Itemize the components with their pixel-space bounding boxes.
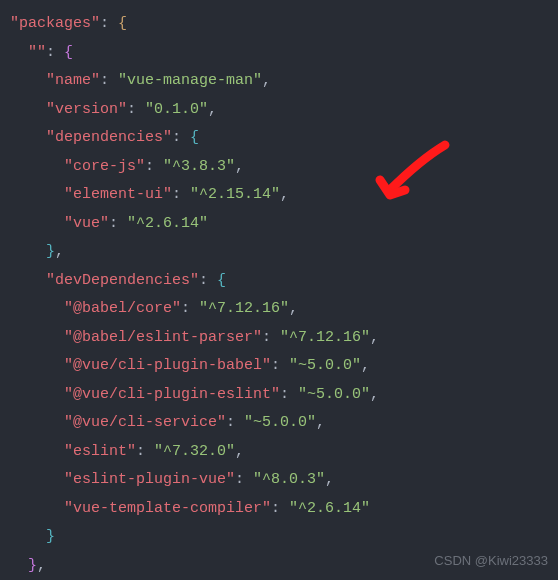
json-key: "eslint-plugin-vue"	[64, 471, 235, 488]
json-key: "dependencies"	[46, 129, 172, 146]
json-key: "@vue/cli-plugin-eslint"	[64, 386, 280, 403]
brace-close: }	[46, 243, 55, 260]
code-line: "@vue/cli-plugin-eslint": "~5.0.0",	[10, 381, 558, 410]
code-line: "@babel/eslint-parser": "^7.12.16",	[10, 324, 558, 353]
code-line: "": {	[10, 39, 558, 68]
json-key: "element-ui"	[64, 186, 172, 203]
json-value: "^7.12.16"	[280, 329, 370, 346]
json-key: "version"	[46, 101, 127, 118]
brace-open: {	[190, 129, 199, 146]
json-value: "~5.0.0"	[289, 357, 361, 374]
json-value: "^2.6.14"	[289, 500, 370, 517]
code-line: "devDependencies": {	[10, 267, 558, 296]
brace-open: {	[64, 44, 73, 61]
json-key: "name"	[46, 72, 100, 89]
brace-open: {	[118, 15, 127, 32]
code-line: "eslint": "^7.32.0",	[10, 438, 558, 467]
json-key: "@vue/cli-service"	[64, 414, 226, 431]
json-key: "@vue/cli-plugin-babel"	[64, 357, 271, 374]
code-line: "@vue/cli-service": "~5.0.0",	[10, 409, 558, 438]
code-line: "@vue/cli-plugin-babel": "~5.0.0",	[10, 352, 558, 381]
json-key: "packages"	[10, 15, 100, 32]
json-value: "0.1.0"	[145, 101, 208, 118]
json-value: "^7.32.0"	[154, 443, 235, 460]
brace-close: }	[46, 528, 55, 545]
code-line: "packages": {	[10, 10, 558, 39]
json-value: "^3.8.3"	[163, 158, 235, 175]
json-value: "^2.15.14"	[190, 186, 280, 203]
json-key: "vue"	[64, 215, 109, 232]
code-line: "vue": "^2.6.14"	[10, 210, 558, 239]
code-line: "dependencies": {	[10, 124, 558, 153]
code-line: "name": "vue-manage-man",	[10, 67, 558, 96]
brace-close: }	[28, 557, 37, 574]
brace-open: {	[217, 272, 226, 289]
json-value: "~5.0.0"	[244, 414, 316, 431]
json-key: "@babel/core"	[64, 300, 181, 317]
code-line: "vue-template-compiler": "^2.6.14"	[10, 495, 558, 524]
watermark-text: CSDN @Kiwi23333	[434, 549, 548, 574]
code-line: "@babel/core": "^7.12.16",	[10, 295, 558, 324]
json-key: "core-js"	[64, 158, 145, 175]
code-line: "core-js": "^3.8.3",	[10, 153, 558, 182]
code-line: "eslint-plugin-vue": "^8.0.3",	[10, 466, 558, 495]
json-value: "^7.12.16"	[199, 300, 289, 317]
code-line: "version": "0.1.0",	[10, 96, 558, 125]
json-value: "~5.0.0"	[298, 386, 370, 403]
json-value: "^8.0.3"	[253, 471, 325, 488]
json-key: "devDependencies"	[46, 272, 199, 289]
json-code-block: "packages": { "": { "name": "vue-manage-…	[10, 10, 558, 580]
json-key: "eslint"	[64, 443, 136, 460]
json-key: ""	[28, 44, 46, 61]
code-line: },	[10, 238, 558, 267]
json-key: "vue-template-compiler"	[64, 500, 271, 517]
json-value: "vue-manage-man"	[118, 72, 262, 89]
code-line: "element-ui": "^2.15.14",	[10, 181, 558, 210]
json-value: "^2.6.14"	[127, 215, 208, 232]
code-line: }	[10, 523, 558, 552]
json-key: "@babel/eslint-parser"	[64, 329, 262, 346]
